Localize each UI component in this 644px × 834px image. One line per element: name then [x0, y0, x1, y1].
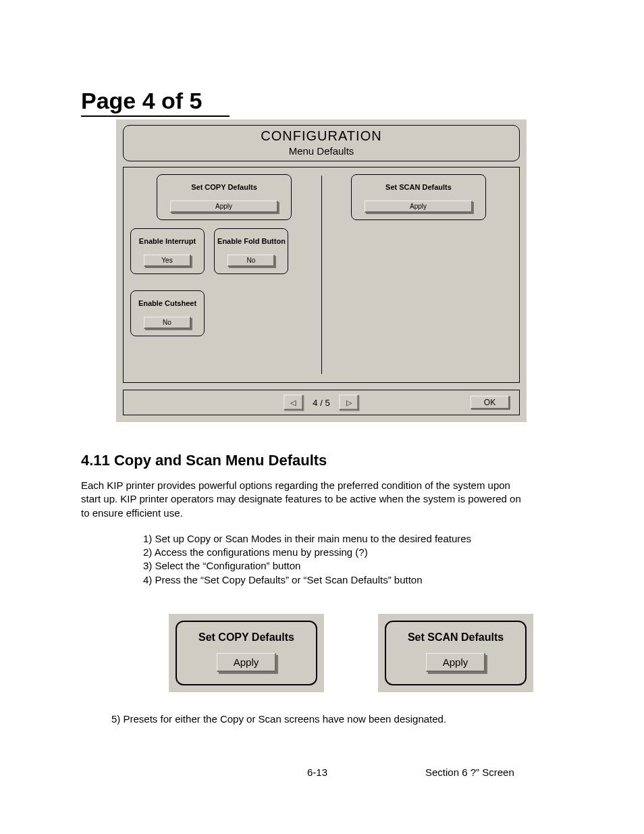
right-arrow-icon: ▷ — [346, 398, 352, 407]
set-scan-defaults-panel: Set SCAN Defaults Apply — [351, 174, 486, 220]
prev-page-button[interactable]: ◁ — [284, 395, 303, 411]
footer-page-number: 6-13 — [307, 766, 327, 778]
defaults-panels-figure: Set COPY Defaults Apply Set SCAN Default… — [169, 614, 570, 692]
left-column: Set COPY Defaults Apply Enable Interrupt… — [130, 174, 318, 344]
page-title: Page 4 of 5 — [81, 88, 230, 117]
configuration-subtitle: Menu Defaults — [124, 145, 519, 157]
enable-fold-label: Enable Fold Button — [220, 233, 282, 249]
document-page: Page 4 of 5 CONFIGURATION Menu Defaults … — [0, 0, 644, 834]
enable-cutsheet-panel: Enable Cutsheet No — [130, 290, 205, 336]
configuration-footer: ◁ 4 / 5 ▷ OK — [123, 390, 520, 415]
copy-defaults-panel-large: Set COPY Defaults Apply — [176, 621, 317, 685]
scan-defaults-title-large: Set SCAN Defaults — [394, 631, 517, 644]
scan-defaults-panel-large: Set SCAN Defaults Apply — [385, 621, 527, 685]
steps-list: 1) Set up Copy or Scan Modes in their ma… — [143, 532, 570, 587]
left-arrow-icon: ◁ — [290, 398, 296, 407]
next-page-button[interactable]: ▷ — [340, 395, 359, 411]
step-2: 2) Access the configurations menu by pre… — [143, 546, 570, 559]
right-column: Set SCAN Defaults Apply — [325, 174, 512, 228]
enable-interrupt-panel: Enable Interrupt Yes — [130, 228, 205, 274]
vertical-divider — [321, 176, 322, 374]
copy-defaults-title-large: Set COPY Defaults — [185, 631, 308, 644]
set-scan-defaults-label: Set SCAN Defaults — [357, 179, 480, 195]
set-copy-defaults-apply-button[interactable]: Apply — [170, 201, 278, 213]
step-4: 4) Press the “Set Copy Defaults” or “Set… — [143, 573, 570, 587]
page-indicator: 4 / 5 — [313, 398, 329, 408]
enable-interrupt-label: Enable Interrupt — [136, 233, 198, 249]
enable-cutsheet-button[interactable]: No — [144, 317, 191, 329]
set-copy-defaults-panel: Set COPY Defaults Apply — [157, 174, 292, 220]
scan-defaults-apply-large[interactable]: Apply — [426, 653, 486, 672]
enable-fold-panel: Enable Fold Button No — [214, 228, 288, 274]
enable-fold-button[interactable]: No — [227, 255, 275, 267]
configuration-header: CONFIGURATION Menu Defaults — [123, 125, 520, 161]
configuration-figure: CONFIGURATION Menu Defaults Set COPY Def… — [116, 120, 527, 422]
enable-cutsheet-label: Enable Cutsheet — [136, 295, 198, 311]
footer-section: Section 6 ?” Screen — [425, 766, 514, 778]
configuration-title: CONFIGURATION — [124, 128, 519, 144]
step-5: 5) Presets for either the Copy or Scan s… — [111, 712, 557, 726]
section-heading: 4.11 Copy and Scan Menu Defaults — [81, 452, 570, 469]
copy-defaults-apply-large[interactable]: Apply — [217, 653, 277, 672]
page-nav-group: ◁ 4 / 5 ▷ — [284, 395, 358, 411]
intro-paragraph: Each KIP printer provides powerful optio… — [81, 479, 527, 520]
scan-defaults-figure: Set SCAN Defaults Apply — [378, 614, 533, 692]
ok-button[interactable]: OK — [471, 396, 510, 409]
set-copy-defaults-label: Set COPY Defaults — [163, 179, 286, 195]
toggle-row: Enable Interrupt Yes Enable Fold Button … — [130, 228, 318, 282]
step-1: 1) Set up Copy or Scan Modes in their ma… — [143, 532, 570, 546]
copy-defaults-figure: Set COPY Defaults Apply — [169, 614, 324, 692]
enable-interrupt-button[interactable]: Yes — [144, 255, 191, 267]
step-3: 3) Select the “Configuration” button — [143, 559, 570, 573]
configuration-body: Set COPY Defaults Apply Enable Interrupt… — [123, 167, 520, 383]
set-scan-defaults-apply-button[interactable]: Apply — [365, 201, 473, 213]
